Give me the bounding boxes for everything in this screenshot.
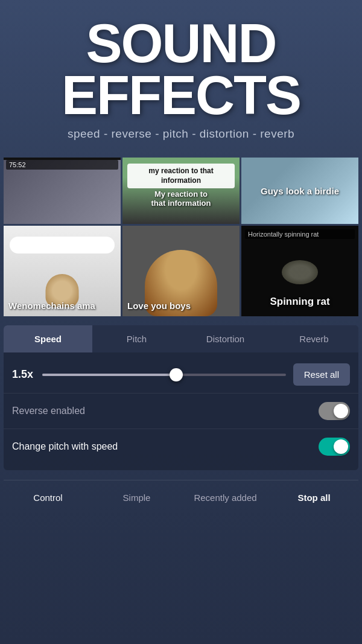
grid-item-1[interactable]: 75:52	[4, 158, 121, 224]
pitch-speed-toggle[interactable]	[319, 438, 350, 456]
grid-item-5[interactable]: Love you boys	[122, 226, 240, 316]
controls-section: Speed Pitch Distortion Reverb 1.5x Reset…	[4, 325, 358, 470]
app-title: SOUND EFFECTS	[12, 18, 350, 121]
tab-pitch[interactable]: Pitch	[92, 325, 181, 352]
tab-distortion[interactable]: Distortion	[181, 325, 270, 352]
badge-1: 75:52	[6, 160, 118, 170]
grid-label-4: Wenomechains ama	[8, 301, 116, 311]
pitch-speed-label: Change pitch with speed	[12, 441, 118, 452]
grid-label-6-bottom: Spinning rat	[246, 296, 354, 308]
toggle-knob-reverse	[334, 404, 348, 418]
bottom-nav: Control Simple Recently added Stop all	[4, 480, 358, 509]
pitch-speed-toggle-row: Change pitch with speed	[4, 429, 358, 464]
speed-slider-row: 1.5x Reset all	[4, 352, 358, 393]
grid-label-3: Guys look a birdie	[246, 186, 354, 196]
header: SOUND EFFECTS speed - reverse - pitch - …	[0, 0, 362, 147]
grid-label-6-top: Horizontally spinning rat	[245, 229, 355, 239]
media-grid: 75:52 my reaction to that information My…	[4, 158, 358, 316]
slider-value: 1.5x	[12, 368, 35, 381]
nav-recently-added[interactable]: Recently added	[181, 486, 270, 509]
reset-all-button[interactable]: Reset all	[293, 363, 350, 386]
nav-control[interactable]: Control	[4, 486, 92, 509]
grid-item-3[interactable]: Guys look a birdie	[241, 158, 358, 224]
effect-tabs: Speed Pitch Distortion Reverb	[4, 325, 358, 352]
grid-item-4[interactable]: Wenomechains ama	[4, 226, 121, 316]
grid-item-2[interactable]: my reaction to that information My react…	[122, 158, 240, 224]
reverse-label: Reverse enabled	[12, 406, 85, 416]
header-subtitle: speed - reverse - pitch - distortion - r…	[12, 127, 350, 141]
toggle-knob-pitch	[334, 439, 348, 454]
grid-label-2: My reaction tothat information	[127, 190, 235, 208]
tab-reverb[interactable]: Reverb	[270, 325, 358, 352]
speed-slider[interactable]	[42, 374, 286, 376]
reaction-box: my reaction to that information	[127, 164, 235, 188]
nav-stop-all[interactable]: Stop all	[270, 486, 358, 509]
grid-item-6[interactable]: Horizontally spinning rat Spinning rat	[241, 226, 358, 316]
tab-speed[interactable]: Speed	[4, 325, 92, 352]
nav-simple[interactable]: Simple	[92, 486, 181, 509]
reverse-toggle[interactable]	[319, 402, 350, 420]
grid-label-5: Love you boys	[127, 301, 235, 311]
reverse-toggle-row: Reverse enabled	[4, 393, 358, 429]
